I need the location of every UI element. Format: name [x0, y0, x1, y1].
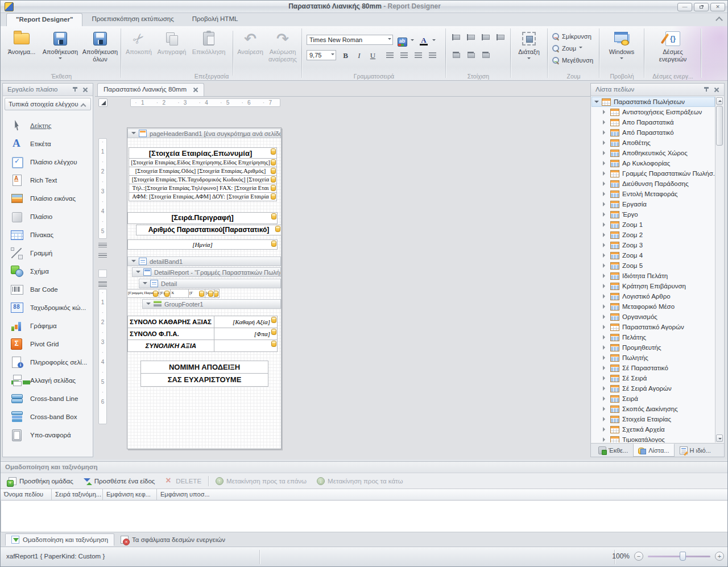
toolbox-item[interactable]: Πληροφορίες σελί... [3, 353, 93, 371]
band-resize-handle[interactable] [98, 243, 107, 248]
expander-arrow-icon[interactable] [603, 253, 607, 258]
expander-arrow-icon[interactable] [603, 110, 607, 114]
field-list-node[interactable]: Λογιστικό Αρθρο [592, 291, 715, 301]
expander-arrow-icon[interactable] [603, 171, 607, 176]
save-button[interactable]: Αποθήκευση [40, 28, 80, 70]
total-row[interactable]: ΣΥΝΟΛΟ Φ.Π.Α. [Φπα] [127, 328, 278, 340]
expander-arrow-icon[interactable] [603, 140, 607, 145]
expanded-arrow-icon[interactable] [594, 101, 599, 105]
field-list-node[interactable]: Πελάτης [592, 332, 715, 342]
font-name-combo[interactable]: Times New Roman [307, 35, 393, 45]
italic-button[interactable]: I [353, 50, 365, 61]
detail-cell[interactable]: Χ [170, 289, 189, 298]
toolbox-item[interactable]: Γραμμή [3, 244, 93, 262]
dock-tab[interactable]: Ομαδοποίηση και ταξινόμηση [5, 533, 114, 546]
close-panel-icon[interactable] [81, 86, 89, 94]
field-list-node[interactable]: Πωλητής [592, 353, 715, 363]
bound-label[interactable]: [Στοιχεία Εταιρίας.Είδος Επιχείρησης.Είδ… [129, 158, 277, 167]
align-text-center-button[interactable] [398, 50, 410, 61]
detail-sub-band-strip[interactable]: Detail [139, 279, 281, 288]
expander-arrow-icon[interactable] [603, 130, 607, 135]
dock-tab[interactable]: Λίστα... [633, 444, 674, 457]
zoom-slider-thumb[interactable] [680, 552, 686, 561]
column-header[interactable]: Όνομα πεδίου [1, 489, 52, 500]
field-list-node[interactable]: Προμηθευτής [592, 342, 715, 353]
band-collapse-icon[interactable] [131, 260, 136, 264]
dock-tab[interactable]: Η ιδιό... [675, 444, 716, 457]
close-button[interactable]: ✕ [710, 3, 725, 11]
expander-arrow-icon[interactable] [603, 202, 607, 206]
scripts-button[interactable]: {} Δέσμες ενεργειών [651, 28, 694, 70]
align-bottoms-icon[interactable] [480, 50, 493, 61]
column-header[interactable]: Σειρά ταξινόμη... [52, 489, 103, 500]
zoom-button[interactable]: Ζουμ [552, 43, 582, 53]
band-collapse-icon[interactable] [146, 303, 151, 307]
toolbox-item[interactable]: Δείκτης [3, 117, 93, 135]
detail-cell[interactable]: [Γραμμές Παραστατικών Πω [127, 289, 159, 298]
field-list-node[interactable]: Έργο [592, 209, 715, 220]
field-list-node[interactable]: Εντολή Μεταφοράς [592, 189, 715, 199]
toolbox-item[interactable]: Pivot Grid [3, 335, 93, 353]
font-size-combo[interactable]: 9,75 [307, 50, 336, 60]
align-centers-icon[interactable] [480, 32, 493, 43]
highlight-dropdown[interactable] [409, 35, 416, 45]
field-list-node[interactable]: Στοιχεία Εταιρίας [592, 414, 715, 424]
expander-arrow-icon[interactable] [603, 243, 607, 247]
expander-arrow-icon[interactable] [603, 274, 607, 278]
date-label[interactable]: [Ημνία] [127, 239, 278, 250]
toolbox-item[interactable]: Ετικέτα [3, 135, 93, 153]
column-header[interactable] [725, 489, 728, 500]
expander-arrow-icon[interactable] [603, 407, 607, 411]
zoom-out-button[interactable]: Σμίκρυνση [552, 31, 592, 42]
expander-arrow-icon[interactable] [603, 437, 607, 442]
delete-button[interactable]: DELETE [162, 475, 205, 487]
expander-arrow-icon[interactable] [603, 325, 607, 329]
detail-cell[interactable]: [Γ [214, 289, 220, 298]
zoom-in-button[interactable]: Μεγέθυνση [552, 55, 593, 65]
field-list-node[interactable]: Γραμμές Παραστατικών Πωλήσ... [592, 168, 715, 179]
add-sort-button[interactable]: Προσθέστε ένα είδος [80, 475, 159, 487]
add-group-button[interactable]: Προσθήκη ομάδας [5, 475, 77, 487]
open-button[interactable]: Άνοιγμα... [5, 28, 38, 70]
detail-cell[interactable]: [calcula [205, 289, 214, 298]
footer-line-label[interactable]: ΣΑΣ ΕΥΧΑΡΙΣΤΟΥΜΕ [141, 374, 268, 386]
legal-footer-box[interactable]: ΝΟΜΙΜΗ ΑΠΟΔΕΙΞΗ ΣΑΣ ΕΥΧΑΡΙΣΤΟΥΜΕ [140, 361, 268, 387]
toolbox-item[interactable]: Πίνακας [3, 226, 93, 244]
expander-arrow-icon[interactable] [603, 222, 607, 227]
bound-label[interactable]: [Στοιχεία Εταιρίας.Οδός] [Στοιχεία Εταιρ… [129, 167, 277, 176]
align-rights-icon[interactable] [495, 32, 507, 43]
column-header[interactable]: Εμφάνιση κεφ... [103, 489, 157, 500]
toolbox-item[interactable]: Αλλαγή σελίδας [3, 371, 93, 390]
expander-arrow-icon[interactable] [603, 151, 607, 155]
highlight-color-button[interactable]: ab [396, 35, 408, 45]
band-collapse-icon[interactable] [131, 132, 136, 136]
layout-button[interactable]: Διάταξη [514, 28, 544, 70]
underline-button[interactable]: U [367, 50, 379, 61]
group-footer-band-strip[interactable]: GroupFooter1 [142, 299, 281, 309]
expander-arrow-icon[interactable] [603, 284, 607, 288]
field-list-node[interactable]: Τιμοκατάλογος [592, 434, 715, 442]
detail-cell[interactable]: [Γ [188, 289, 205, 298]
windows-button[interactable]: Windows [604, 28, 639, 70]
field-list-node[interactable]: Σχετικά Αρχεία [592, 424, 715, 434]
align-lefts-icon[interactable] [465, 32, 478, 43]
expander-arrow-icon[interactable] [603, 233, 607, 237]
expander-arrow-icon[interactable] [603, 386, 607, 391]
toolbox-item[interactable]: Bar Code [3, 280, 93, 299]
align-text-right-button[interactable] [412, 50, 424, 61]
expander-arrow-icon[interactable] [603, 417, 607, 421]
expander-arrow-icon[interactable] [603, 192, 607, 196]
toolbox-item[interactable]: Πλαίσιο [3, 208, 93, 226]
ruler-corner-button[interactable] [98, 98, 107, 107]
bold-button[interactable]: B [340, 50, 351, 61]
align-text-left-button[interactable] [384, 50, 396, 61]
undo-button[interactable]: ↶ Αναίρεση [235, 28, 266, 70]
field-list-node[interactable]: Σκοπός Διακίνησης [592, 404, 715, 414]
ribbon-tab[interactable]: Προβολή HTML [183, 13, 247, 26]
field-list-node[interactable]: Ζοομ 5 [592, 260, 715, 271]
scroll-down-icon[interactable] [716, 434, 723, 442]
expander-arrow-icon[interactable] [603, 314, 607, 319]
band-collapse-icon[interactable] [136, 271, 140, 275]
field-list-node[interactable]: Σέ Σειρά [592, 373, 715, 383]
field-list-node[interactable]: Σειρά [592, 394, 715, 404]
